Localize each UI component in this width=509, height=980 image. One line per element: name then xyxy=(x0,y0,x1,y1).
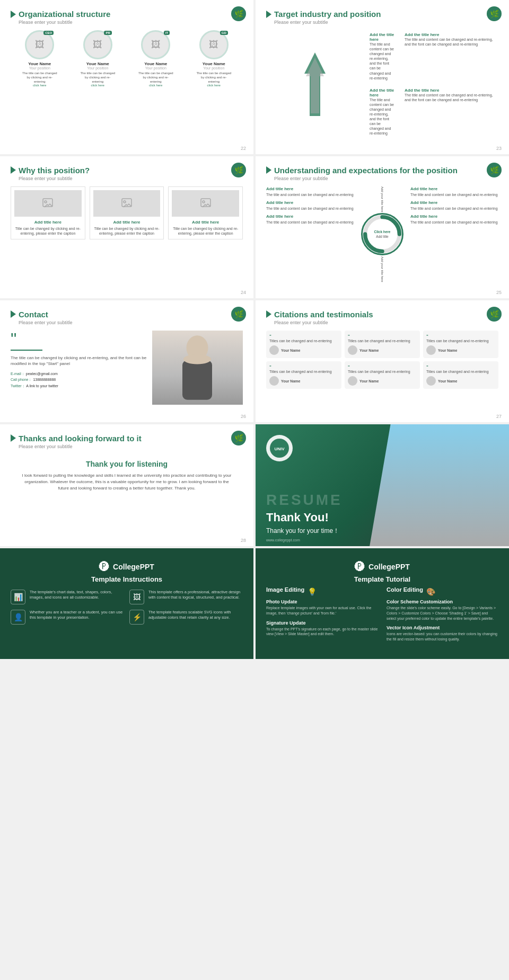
tutorial-color-icon-row: Color Editing 🎨 xyxy=(387,586,498,597)
resume-sub: Thank you for your time！ xyxy=(266,527,498,536)
why-card-1: Add title here Title can be changed by c… xyxy=(11,186,85,239)
svg-point-7 xyxy=(203,201,205,203)
slide-25: 🌿 Understanding and expectations for the… xyxy=(256,156,509,298)
slide-23-title: Target industry and position xyxy=(266,10,498,19)
citation-quote-5: " xyxy=(348,364,417,369)
slide-23-subtitle: Please enter your subtitle xyxy=(274,20,498,25)
slide-29-resume: UNIV RESUME Thank You! Thank you for you… xyxy=(256,424,509,546)
org-desc-4: The title can be changed by clicking and… xyxy=(195,72,232,84)
target-title-1: Add the title here xyxy=(370,32,395,42)
tutorial-palette-icon: 🎨 xyxy=(426,587,435,596)
citation-quote-6: " xyxy=(426,364,495,369)
thanks-desc: I look forward to putting the knowledge … xyxy=(21,473,232,492)
tutorial-logo-icon: 🅟 xyxy=(355,561,365,573)
tutorial-cols: Image Editing 💡 Photo Update Replace tem… xyxy=(266,586,498,646)
understanding-layout: Add title here The title and content can… xyxy=(266,186,498,282)
citation-avatar-2 xyxy=(348,345,357,355)
org-name-2: Youe Name xyxy=(79,61,116,66)
org-link-4[interactable]: click here xyxy=(195,84,232,87)
tutorial-scheme-desc: Change the slide's color scheme easily. … xyxy=(387,605,498,621)
slide-number-26: 26 xyxy=(241,414,246,419)
slide-22: 🌿 Organizational structure Please enter … xyxy=(0,0,253,154)
org-pos-2: Your position xyxy=(79,66,116,70)
thanks-main-title: Thank you for listening xyxy=(21,460,232,468)
citation-name-2: Your Name xyxy=(359,349,379,352)
instructions-brand: CollegePPT xyxy=(113,563,154,571)
contact-teal-line xyxy=(11,350,42,351)
slide-24: 🌿 Why this position? Please enter your s… xyxy=(0,156,253,298)
feature-text-2: This template offers a professional, att… xyxy=(148,590,243,601)
avatar-img-4: 🖼 xyxy=(209,39,218,50)
citation-text-3: Titles can be changed and re-entering xyxy=(426,338,495,343)
org-link-2[interactable]: click here xyxy=(79,84,116,87)
org-pos-1: Your position xyxy=(21,66,58,70)
citation-text-6: Titles can be changed and re-entering xyxy=(426,369,495,374)
feature-1: 📊 The template's chart data, text, shape… xyxy=(11,590,124,604)
tutorial-photo-item: Photo Update Replace template images wit… xyxy=(266,599,378,616)
org-pos-3: Your position xyxy=(137,66,174,70)
tutorial-image-title: Image Editing xyxy=(266,586,304,593)
svg-text:Click here: Click here xyxy=(374,230,391,234)
phone-label: Call phone： xyxy=(11,378,32,381)
arrow-icon-27 xyxy=(266,310,271,318)
resume-text-block: RESUME Thank You! Thank you for your tim… xyxy=(266,492,498,536)
target-title-4: Add the title here xyxy=(405,88,495,93)
slide-number-22: 22 xyxy=(241,146,246,151)
instructions-features: 📊 The template's chart data, text, shape… xyxy=(11,590,243,625)
citation-avatar-6 xyxy=(426,376,436,386)
tutorial-image-section: Image Editing 💡 Photo Update Replace tem… xyxy=(266,586,378,646)
org-member-4: GD 🖼 Youe Name Your position The title c… xyxy=(195,30,232,87)
why-cards: Add title here Title can be changed by c… xyxy=(11,186,243,239)
citation-text-5: Titles can be changed and re-entering xyxy=(348,369,417,374)
slide-22-title: Organizational structure xyxy=(11,10,243,19)
tutorial-brand: CollegePPT xyxy=(368,563,410,571)
contact-desc: The title can be changed by clicking and… xyxy=(11,355,147,367)
citation-card-4: " Titles can be changed and re-entering … xyxy=(266,361,341,389)
contact-info: E-mail： peatec@gmail.com Call phone： 138… xyxy=(11,371,147,389)
contact-quote-icon: " xyxy=(11,331,147,348)
badge-gd: GD xyxy=(220,31,228,35)
slide-number-28: 28 xyxy=(241,538,246,543)
org-link-1[interactable]: click here xyxy=(21,84,58,87)
slide-24-subtitle: Please enter your subtitle xyxy=(19,176,243,181)
u-circle[interactable]: Click here Add title xyxy=(361,213,403,255)
target-item-4: Add the title here The title and content… xyxy=(401,86,498,138)
citation-card-3: " Titles can be changed and re-entering … xyxy=(423,331,498,358)
tutorial-color-title: Color Editing xyxy=(387,586,423,593)
logo-23: 🌿 xyxy=(487,6,502,21)
slide-26-title: Contact xyxy=(11,310,243,319)
slide-number-25: 25 xyxy=(496,290,502,295)
email-label: E-mail： xyxy=(11,372,25,376)
citation-card-5: " Titles can be changed and re-entering … xyxy=(345,361,420,389)
org-avatar-2: PR 🖼 xyxy=(83,30,112,59)
citation-quote-3: " xyxy=(426,334,495,338)
why-card-desc-1: Title can be changed by clicking and re-… xyxy=(14,226,82,236)
u-item-right-2: Add title here The title and content can… xyxy=(410,200,498,211)
svg-text:UNIV: UNIV xyxy=(274,447,285,451)
contact-photo xyxy=(152,331,243,405)
why-card-2: Add title here Title can be changed by c… xyxy=(90,186,164,239)
slide-number-23: 23 xyxy=(496,146,502,151)
logo-26: 🌿 xyxy=(231,307,246,322)
instructions-title: Template Instructions xyxy=(11,575,243,583)
feature-icon-4: ⚡ xyxy=(129,610,144,625)
u-item-left-1: Add title here The title and content can… xyxy=(266,186,354,197)
twitter-value: A link to your twitter xyxy=(26,384,58,388)
feature-text-4: The template features scalable SVG icons… xyxy=(148,610,243,621)
center-side1: Add your title here xyxy=(381,186,384,212)
target-item-3: Add the title here The title and content… xyxy=(366,86,398,138)
avatar-img-1: 🖼 xyxy=(35,39,45,50)
citation-card-6: " Titles can be changed and re-entering … xyxy=(423,361,498,389)
logo-25: 🌿 xyxy=(487,163,502,177)
org-link-3[interactable]: click here xyxy=(137,84,174,87)
feature-4: ⚡ The template features scalable SVG ico… xyxy=(129,610,243,625)
target-container: Add the title here The title and content… xyxy=(266,30,498,138)
phone-value: 13888888888 xyxy=(33,378,56,381)
logo-28: 🌿 xyxy=(231,431,246,446)
arrow-icon-22 xyxy=(11,11,16,18)
citation-text-2: Titles can be changed and re-entering xyxy=(348,338,417,343)
org-member-3: IT 🖼 Youe Name Your position The title c… xyxy=(137,30,174,87)
arrow-icon-28 xyxy=(11,434,16,442)
why-card-desc-2: Title can be changed by clicking and re-… xyxy=(93,226,161,236)
svg-point-3 xyxy=(45,201,47,203)
